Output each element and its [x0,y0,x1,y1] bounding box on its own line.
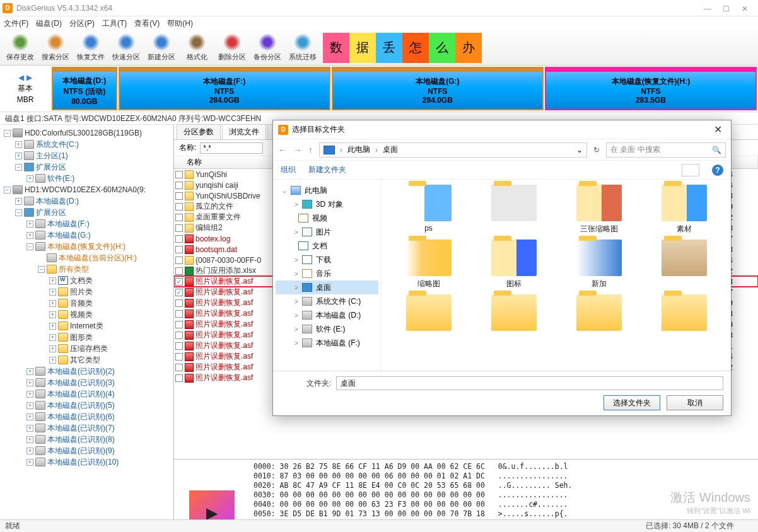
tree-node[interactable]: +本地磁盘(D:) [1,195,172,207]
dialog-tree-node[interactable]: >图片 [276,225,378,239]
checkbox[interactable] [175,364,183,371]
checkbox[interactable] [175,299,183,307]
checkbox[interactable] [175,289,183,296]
checkbox[interactable] [175,171,183,178]
folder-item[interactable]: 三张缩略图 [559,185,638,234]
expand-icon[interactable]: + [49,357,56,364]
checkbox[interactable] [175,321,183,328]
dialog-tree-node[interactable]: >本地磁盘 (F:) [276,336,378,350]
tree-node[interactable]: +本地磁盘(已识别)(4) [1,388,172,400]
tree-node[interactable]: −扩展分区 [1,207,172,218]
crumb-desktop[interactable]: 桌面 [383,144,398,155]
expand-icon[interactable]: + [15,153,22,159]
nav-up-button[interactable]: ↑ [308,145,313,155]
expand-icon[interactable]: − [38,266,45,273]
tree-node[interactable]: +视频类 [1,309,172,320]
checkbox[interactable] [175,267,183,275]
dialog-tree-node[interactable]: >桌面 [276,280,378,294]
checkbox[interactable] [175,203,183,211]
tree-node[interactable]: +系统文件(C:) [1,139,172,150]
folder-item[interactable]: 新加 [559,240,638,289]
tab-partition-params[interactable]: 分区参数 [177,124,221,139]
expand-icon[interactable]: − [26,243,33,250]
tree-node[interactable]: +本地磁盘(已识别)(10) [1,456,172,468]
expand-icon[interactable]: + [15,198,22,205]
folder-item[interactable]: 图标 [474,240,553,289]
folder-item[interactable]: ps [389,185,468,234]
tree-node[interactable]: +本地磁盘(F:) [1,218,172,229]
tool-7[interactable]: 备份分区 [250,31,285,65]
expand-icon[interactable]: − [15,164,22,171]
tree-node[interactable]: +主分区(1) [1,150,172,161]
dialog-tree-node[interactable]: >音乐 [276,267,378,280]
partition-0[interactable]: 本地磁盘(D:)NTFS (活动)80.0GB [52,67,117,110]
crumb-pc[interactable]: 此电脑 [347,144,370,155]
menu-help[interactable]: 帮助(H) [167,18,193,29]
partition-1[interactable]: 本地磁盘(F:)NTFS284.0GB [119,67,330,110]
expand-icon[interactable]: + [26,221,33,228]
chevron-icon[interactable]: > [294,270,298,277]
menu-tools[interactable]: 工具(T) [102,18,127,29]
help-button[interactable]: ? [712,165,723,176]
dialog-tree-node[interactable]: >本地磁盘 (D:) [276,308,378,322]
close-button[interactable]: ✕ [742,4,749,12]
tab-browse-files[interactable]: 浏览文件 [222,124,266,139]
folder-item[interactable]: 素材 [644,185,723,234]
folder-item[interactable] [474,185,553,234]
checkbox[interactable] [175,257,183,264]
tool-2[interactable]: 恢复文件 [73,31,108,65]
tree-node[interactable]: −本地磁盘(恢复文件)(H:) [1,241,172,252]
tree-node[interactable]: +压缩存档类 [1,343,172,354]
expand-icon[interactable]: + [49,300,56,307]
tree-node[interactable]: −HD0:ColorfulSL300128GB(119GB) [1,127,172,139]
expand-icon[interactable]: + [49,323,56,330]
checkbox[interactable] [175,353,183,361]
expand-icon[interactable]: + [26,448,33,454]
expand-icon[interactable]: − [4,187,11,194]
organize-button[interactable]: 组织 [281,165,296,175]
tool-8[interactable]: 系统迁移 [285,31,320,65]
menu-view[interactable]: 查看(V) [134,18,160,29]
dialog-folder-grid[interactable]: ps 三张缩略图素材缩略图图标新加 [382,180,731,371]
menu-partition[interactable]: 分区(P) [69,18,95,29]
tree-node[interactable]: +文档类 [1,275,172,286]
tree-node[interactable]: 本地磁盘(当前分区)(H:) [1,252,172,263]
menu-file[interactable]: 文件(F) [4,18,28,29]
partition-2[interactable]: 本地磁盘(G:)NTFS284.0GB [332,67,544,110]
disk-tree[interactable]: −HD0:ColorfulSL300128GB(119GB)+系统文件(C:)+… [0,125,174,532]
dialog-tree-node[interactable]: ⌄此电脑 [276,183,378,197]
folder-item[interactable] [389,294,468,342]
expand-icon[interactable]: − [15,209,22,216]
checkbox[interactable] [175,214,183,221]
crumb-dropdown-icon[interactable]: ⌄ [576,146,583,154]
dialog-tree-node[interactable]: >下载 [276,253,378,267]
tool-1[interactable]: 搜索分区 [38,31,73,65]
folder-field-input[interactable] [336,376,723,390]
folder-item[interactable] [644,240,723,289]
tree-node[interactable]: −扩展分区 [1,161,172,173]
dialog-tree-node[interactable]: 视频 [276,211,378,225]
menu-disk[interactable]: 磁盘(D) [36,18,62,29]
breadcrumb[interactable]: › 此电脑 › 桌面 ⌄ [319,142,587,158]
folder-item[interactable] [644,294,723,342]
dialog-tree-node[interactable]: 文档 [276,239,378,253]
cancel-button[interactable]: 取消 [667,395,723,410]
expand-icon[interactable]: − [4,130,11,137]
chevron-icon[interactable]: > [294,340,298,347]
expand-icon[interactable]: + [15,141,22,148]
tool-4[interactable]: 新建分区 [144,31,179,65]
folder-item[interactable] [559,294,638,342]
chevron-icon[interactable]: > [294,326,298,333]
tree-node[interactable]: −HD1:WDCWD10EZEX-60M2NA0(9: [1,184,172,195]
checkbox[interactable] [175,342,183,350]
expand-icon[interactable]: + [26,459,33,466]
chevron-icon[interactable]: > [294,229,298,236]
tree-node[interactable]: +本地磁盘(已识别)(6) [1,411,172,422]
expand-icon[interactable]: + [49,334,56,341]
folder-item[interactable]: 缩略图 [389,240,468,289]
checkbox[interactable] [175,278,183,286]
checkbox[interactable] [175,332,183,339]
dialog-nav-tree[interactable]: ⌄此电脑>3D 对象视频>图片文档>下载>音乐>桌面>系统文件 (C:)>本地磁… [273,180,382,371]
tree-node[interactable]: +本地磁盘(已识别)(7) [1,422,172,434]
chevron-icon[interactable]: > [294,284,298,291]
